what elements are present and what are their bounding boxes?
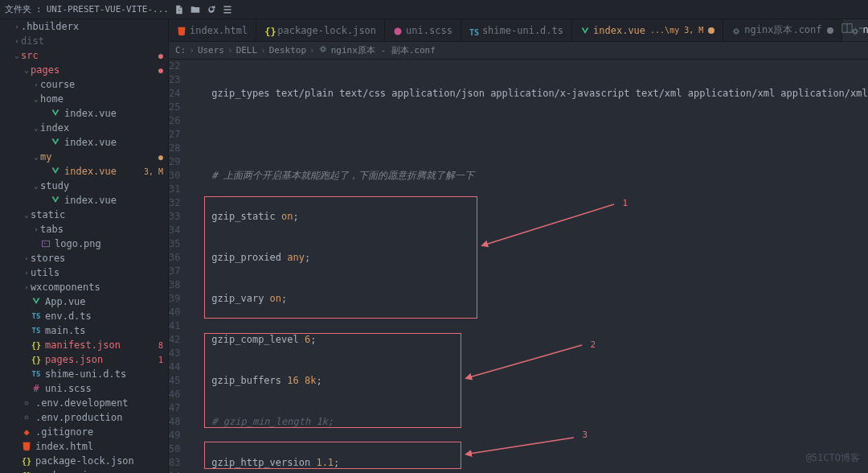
tree-item-index-vue[interactable]: index.vue (0, 193, 168, 208)
tree-item-pages-json[interactable]: {}pages.json1 (0, 352, 168, 367)
tree-item-uni-scss[interactable]: #uni.scss (0, 381, 168, 396)
crumb-part[interactable]: nginx原本 - 副本.conf (331, 44, 436, 56)
tree-item-main-ts[interactable]: TSmain.ts (0, 323, 168, 338)
tree-item-label: dist (21, 35, 44, 47)
tree-item-package-lock-json[interactable]: {}package-lock.json (0, 454, 168, 468)
tree-item-static[interactable]: ⌄static (0, 208, 168, 222)
chevron-icon[interactable]: ⌄ (23, 211, 31, 219)
chevron-icon[interactable]: ⌄ (32, 124, 40, 132)
tree-item-course[interactable]: ›course (0, 77, 168, 92)
chevron-icon[interactable]: › (32, 225, 40, 233)
tree-item-app-vue[interactable]: App.vue (0, 294, 168, 309)
tree-item-my[interactable]: ⌄my● (0, 150, 168, 164)
tree-item-utils[interactable]: ›utils (0, 265, 168, 280)
collapse-icon[interactable] (222, 4, 233, 15)
tree-item-home[interactable]: ⌄home (0, 92, 168, 106)
chevron-icon[interactable]: ⌄ (13, 51, 21, 60)
title-bar: 文件夹: UNI-PRESET-VUE-VITE-... (0, 0, 868, 19)
code-area[interactable]: gzip_types text/plain text/css applicati… (188, 60, 868, 473)
tree-badge: 1 (158, 356, 163, 364)
file-icon: {} (264, 27, 272, 35)
file-icon (31, 296, 42, 307)
line-number: 23 (169, 73, 180, 87)
line-number: 38 (169, 278, 180, 292)
file-icon (40, 238, 51, 249)
tree-item-index[interactable]: ⌄index (0, 121, 168, 135)
tree-item-index-vue[interactable]: index.vue (0, 106, 168, 121)
svg-point-5 (735, 29, 739, 33)
tab-nginx---conf[interactable]: nginx原本.conf (723, 19, 841, 41)
line-number: 41 (169, 319, 180, 333)
tree-item-study[interactable]: ⌄study (0, 179, 168, 193)
file-icon: TS (31, 311, 42, 322)
chevron-icon[interactable]: ⌄ (32, 182, 40, 190)
tree-item-package-json[interactable]: {}package.json (0, 468, 168, 473)
tree-item-wxcomponents[interactable]: ›wxcomponents (0, 280, 168, 294)
code-editor[interactable]: 2223242526272829303132333435363738394041… (169, 60, 868, 473)
chevron-icon[interactable]: › (13, 37, 21, 45)
tree-item-src[interactable]: ⌄src● (0, 48, 168, 63)
line-number: 84 (169, 470, 180, 473)
tab-uni-scss[interactable]: uni.scss (385, 19, 461, 41)
line-number: 36 (169, 251, 180, 265)
annotation-label-3: 3 (582, 428, 588, 442)
refresh-icon[interactable] (206, 4, 217, 15)
tree-item-dist[interactable]: ›dist (0, 34, 168, 48)
tree-item--env-production[interactable]: .env.production (0, 410, 168, 425)
new-folder-icon[interactable] (190, 4, 201, 15)
tree-item-manifest-json[interactable]: {}manifest.json8 (0, 338, 168, 352)
tree-item-stores[interactable]: ›stores (0, 251, 168, 265)
chevron-icon[interactable]: ⌄ (32, 153, 40, 161)
chevron-icon[interactable]: ⌄ (32, 95, 40, 103)
tab-shime-uni-d-ts[interactable]: TSshime-uni.d.ts (461, 19, 572, 41)
tab-label: index.html (190, 25, 248, 36)
tree-item--env-development[interactable]: .env.development (0, 396, 168, 410)
tree-item-label: env.d.ts (45, 311, 92, 322)
tab-label: package-lock.json (277, 25, 376, 36)
file-icon: # (31, 383, 42, 394)
tree-item-logo-png[interactable]: logo.png (0, 236, 168, 251)
tree-item-index-html[interactable]: index.html (0, 439, 168, 454)
tree-item-label: shime-uni.d.ts (45, 368, 126, 380)
line-number: 22 (169, 60, 180, 73)
file-icon (21, 412, 32, 423)
tree-item-label: index.html (35, 441, 93, 452)
crumb-part[interactable]: C: (175, 45, 186, 56)
svg-point-3 (25, 416, 28, 419)
tree-item-index-vue[interactable]: index.vue3, M (0, 164, 168, 179)
chevron-icon[interactable]: › (23, 254, 31, 262)
line-number: 50 (169, 442, 180, 456)
file-icon: ◆ (21, 426, 32, 438)
more-icon[interactable]: ⋯ (859, 23, 865, 36)
tree-item-pages[interactable]: ⌄pages● (0, 63, 168, 77)
tree-item-label: index (40, 122, 69, 134)
crumb-part[interactable]: DELL (236, 45, 258, 56)
tree-item--gitignore[interactable]: ◆.gitignore (0, 425, 168, 439)
line-number: 42 (169, 333, 180, 347)
tree-item-label: wxcomponents (31, 282, 100, 293)
chevron-icon[interactable]: › (23, 269, 31, 277)
tab-package-lock-json[interactable]: {}package-lock.json (256, 19, 385, 41)
tree-item--hbuilderx[interactable]: ›.hbuilderx (0, 19, 168, 34)
line-number: 28 (169, 142, 180, 155)
tree-item-label: .gitignore (35, 426, 93, 438)
tab-index-html[interactable]: index.html (169, 19, 256, 41)
crumb-part[interactable]: Users (198, 45, 224, 56)
tree-item-tabs[interactable]: ›tabs (0, 222, 168, 236)
tree-item-shime-uni-d-ts[interactable]: TSshime-uni.d.ts (0, 367, 168, 381)
breadcrumb[interactable]: C:›Users›DELL›Desktop›nginx原本 - 副本.conf (169, 42, 868, 60)
tree-item-index-vue[interactable]: index.vue (0, 135, 168, 150)
chevron-icon[interactable]: › (32, 80, 40, 88)
tree-item-label: tabs (40, 224, 63, 235)
tree-item-label: App.vue (45, 296, 86, 307)
chevron-icon[interactable]: › (13, 23, 21, 31)
chevron-icon[interactable]: ⌄ (23, 66, 31, 74)
split-icon[interactable] (841, 23, 853, 36)
new-file-icon[interactable] (174, 4, 185, 15)
tab-index-vue[interactable]: index.vue...\my 3, M (572, 19, 723, 41)
tree-item-env-d-ts[interactable]: TSenv.d.ts (0, 309, 168, 323)
chevron-icon[interactable]: › (23, 283, 31, 291)
tab-label: nginx原本.conf (744, 23, 821, 37)
folder-label: 文件夹 (5, 3, 31, 15)
crumb-part[interactable]: Desktop (269, 45, 306, 56)
